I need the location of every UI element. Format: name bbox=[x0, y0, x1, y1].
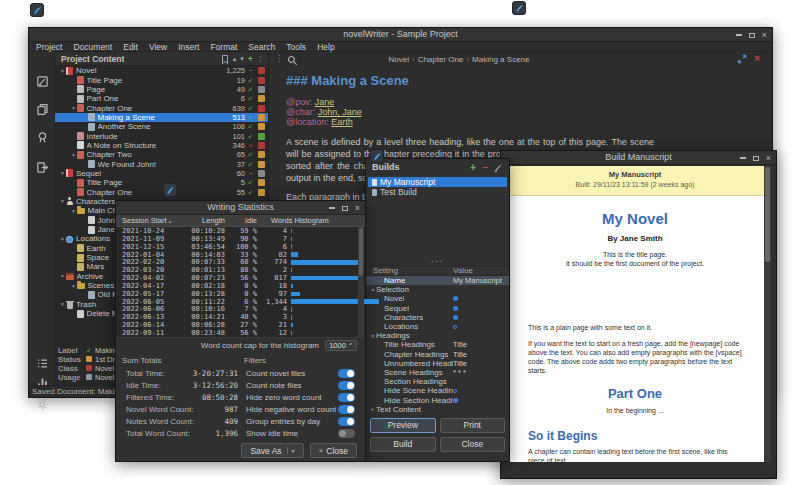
tree-item[interactable]: ▾Sequel60− bbox=[55, 169, 268, 178]
filter-toggle[interactable] bbox=[338, 429, 355, 438]
novelwriter-app-icon[interactable] bbox=[30, 3, 44, 17]
setting-row[interactable]: Locations bbox=[366, 322, 509, 331]
col-words-histogram[interactable]: Words Histogram bbox=[257, 216, 357, 225]
setting-row[interactable]: Hide Section Headings bbox=[366, 395, 509, 404]
setting-row[interactable]: Section Headings bbox=[366, 377, 509, 386]
filter-toggle[interactable] bbox=[338, 369, 355, 378]
menu-item-format[interactable]: Format bbox=[210, 42, 237, 52]
outline-list-icon[interactable] bbox=[36, 357, 49, 370]
stats-row[interactable]: 2022-04-1700:02:180 %18 bbox=[116, 282, 365, 290]
setting-row[interactable]: Scene Headings* * * bbox=[366, 368, 509, 377]
close-icon[interactable]: × bbox=[355, 204, 360, 213]
setting-row[interactable]: Unnumbered HeadingsTitle bbox=[366, 359, 509, 368]
tree-item[interactable]: Interlude101✓ bbox=[55, 131, 268, 140]
active-checkbox[interactable]: ✓ bbox=[245, 150, 256, 159]
tree-item[interactable]: Page49✓ bbox=[55, 85, 268, 94]
stats-row[interactable]: 2022-06-1400:06:2827 %21 bbox=[116, 321, 365, 329]
bookmark-icon[interactable] bbox=[221, 55, 229, 64]
close-button[interactable]: ×Close bbox=[310, 443, 357, 458]
close-button[interactable]: Close bbox=[440, 437, 506, 452]
add-build-icon[interactable]: + bbox=[470, 162, 476, 173]
active-checkbox[interactable]: ✓ bbox=[245, 160, 256, 169]
active-checkbox[interactable]: ✓ bbox=[245, 85, 256, 94]
maximize-icon[interactable] bbox=[753, 156, 759, 161]
menu-item-tools[interactable]: Tools bbox=[286, 42, 306, 52]
close-document-icon[interactable]: × bbox=[754, 54, 760, 64]
active-checkbox[interactable]: ✓ bbox=[245, 113, 256, 122]
minimize-icon[interactable] bbox=[740, 157, 746, 159]
build-list-item[interactable]: My Manuscript bbox=[368, 177, 507, 187]
setting-row[interactable]: ▾Headings bbox=[366, 331, 509, 340]
active-checkbox[interactable]: ✓ bbox=[245, 76, 256, 85]
active-checkbox[interactable]: ✓ bbox=[245, 122, 256, 131]
expand-icon[interactable]: ▾ bbox=[59, 236, 66, 242]
project-tree-icon[interactable] bbox=[36, 103, 49, 116]
novelwriter-app-icon[interactable] bbox=[370, 149, 384, 163]
active-checkbox[interactable]: ✓ bbox=[245, 178, 256, 187]
stats-row[interactable]: 2021-11-0900:13:4990 %7 bbox=[116, 235, 365, 243]
stats-row[interactable]: 2022-03-2000:01:1388 %2 bbox=[116, 266, 365, 274]
active-checkbox[interactable]: × bbox=[245, 141, 256, 150]
build-button[interactable]: Build bbox=[370, 437, 436, 452]
expand-icon[interactable]: ▾ bbox=[70, 152, 77, 158]
col-idle[interactable]: Idle bbox=[225, 216, 257, 225]
minimize-icon[interactable] bbox=[329, 207, 335, 209]
setting-row[interactable]: Characters bbox=[366, 313, 509, 322]
tree-item[interactable]: Title Page5✓ bbox=[55, 178, 268, 187]
menu-item-help[interactable]: Help bbox=[317, 42, 334, 52]
stats-row[interactable]: 2022-01-0400:14:0333 %82 bbox=[116, 251, 365, 259]
active-checkbox[interactable]: ✓ bbox=[245, 132, 256, 141]
scrollbar-thumb[interactable] bbox=[765, 167, 770, 262]
expand-icon[interactable]: ▾ bbox=[70, 208, 77, 214]
stats-row[interactable]: 2022-06-0500:11:226 %1,344 bbox=[116, 298, 365, 306]
maximize-icon[interactable] bbox=[342, 206, 348, 211]
preview-scrollbar[interactable] bbox=[764, 166, 771, 462]
expand-icon[interactable]: ▾ bbox=[70, 105, 77, 111]
menu-item-edit[interactable]: Edit bbox=[123, 42, 138, 52]
breadcrumb-part[interactable]: Making a Scene bbox=[472, 55, 529, 64]
stats-scrollbar[interactable] bbox=[358, 227, 364, 337]
menu-item-project[interactable]: Project bbox=[36, 42, 62, 52]
tree-item[interactable]: Another Scene108✓ bbox=[55, 122, 268, 131]
setting-row[interactable]: ▾Selection bbox=[366, 285, 509, 294]
setting-row[interactable]: Chapter HeadingsTitle bbox=[366, 350, 509, 359]
preview-button[interactable]: Preview bbox=[370, 418, 436, 433]
stats-row[interactable]: 2021-12-1503:46:54100 %6 bbox=[116, 243, 365, 251]
breadcrumb-part[interactable]: Chapter One bbox=[418, 55, 464, 64]
tree-item[interactable]: ▾Chapter One639✓ bbox=[55, 103, 268, 112]
setting-row[interactable]: Novel bbox=[366, 294, 509, 303]
expand-icon[interactable]: ▾ bbox=[59, 170, 66, 176]
cap-spinbox[interactable]: 1000 bbox=[325, 340, 357, 351]
remove-build-icon[interactable]: − bbox=[482, 162, 488, 173]
focus-mode-icon[interactable] bbox=[737, 54, 747, 64]
setting-row[interactable]: Title HeadingsTitle bbox=[366, 340, 509, 349]
export-icon[interactable] bbox=[36, 161, 49, 174]
tree-item[interactable]: ▾Chapter Two65✓ bbox=[55, 150, 268, 159]
active-checkbox[interactable]: ✓ bbox=[245, 94, 256, 103]
tree-item[interactable]: Making a Scene513✓ bbox=[55, 113, 268, 122]
expand-icon[interactable]: ▾ bbox=[59, 273, 66, 279]
tree-menu-icon[interactable]: ⋮ bbox=[257, 55, 264, 63]
meta-value[interactable]: Jane bbox=[315, 97, 335, 107]
stats-row[interactable]: 2022-06-1300:14:2140 %3 bbox=[116, 313, 365, 321]
tree-item[interactable]: We Found John!37✓ bbox=[55, 159, 268, 168]
setting-row[interactable]: ▸Text Content bbox=[366, 405, 509, 414]
scrollbar-thumb[interactable] bbox=[359, 228, 363, 276]
tree-item[interactable]: A Note on Structure346× bbox=[55, 141, 268, 150]
expand-icon[interactable]: ▾ bbox=[70, 283, 77, 289]
setting-row[interactable]: Hide Scene Headings bbox=[366, 386, 509, 395]
tree-item[interactable]: ▾Novel1,225− bbox=[55, 66, 268, 75]
stats-row[interactable]: 2022-05-1700:13:280 %97 bbox=[116, 290, 365, 298]
menu-item-document[interactable]: Document bbox=[73, 42, 112, 52]
stats-row[interactable]: 2021-10-2400:10:2859 %4 bbox=[116, 227, 365, 235]
edit-document-icon[interactable] bbox=[36, 75, 49, 88]
splitter-handle[interactable]: ••• bbox=[366, 258, 509, 264]
filter-toggle[interactable] bbox=[338, 405, 355, 414]
active-checkbox[interactable]: ✓ bbox=[245, 104, 256, 113]
novelwriter-app-icon[interactable] bbox=[512, 1, 526, 15]
maximize-icon[interactable] bbox=[749, 33, 755, 38]
breadcrumb-part[interactable]: Novel bbox=[389, 55, 409, 64]
stats-row[interactable]: 2022-09-1100:23:4856 %12 bbox=[116, 329, 365, 337]
minimize-icon[interactable] bbox=[736, 34, 742, 36]
menu-item-view[interactable]: View bbox=[149, 42, 167, 52]
